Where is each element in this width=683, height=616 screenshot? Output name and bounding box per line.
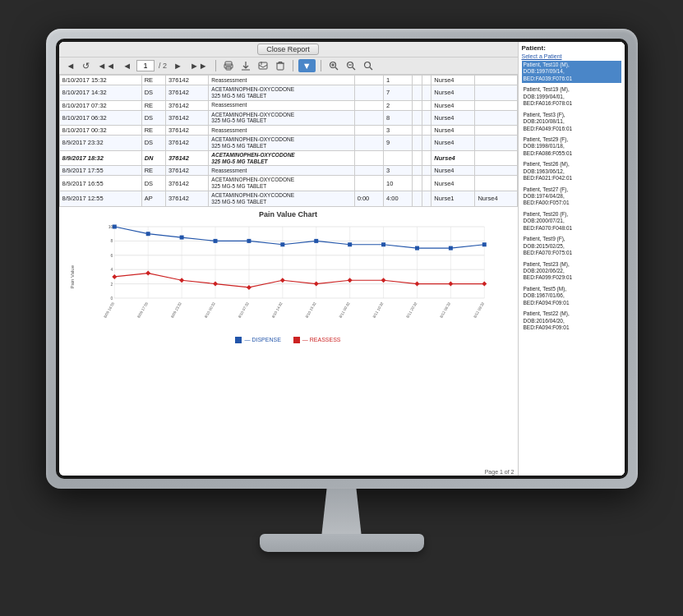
toolbar-separator-3 [321, 60, 321, 71]
patient-list-item[interactable]: Patient, Test20 (F), DOB:2000/07/21, BED… [522, 210, 621, 232]
svg-text:8/10 00:32: 8/10 00:32 [204, 301, 216, 318]
table-cell: Nurse4 [431, 76, 475, 85]
filter-button[interactable]: ▼ [298, 59, 316, 72]
patient-list-item[interactable]: Patient, Test26 (M), DOB:1963/06/12, BED… [522, 160, 621, 182]
legend-color [293, 337, 300, 343]
table-cell [354, 110, 383, 126]
patient-list-item[interactable]: Patient, Test5 (M), DOB:1967/01/06, BED:… [522, 285, 621, 307]
table-cell: Reassessment [209, 166, 354, 176]
delete-button[interactable] [273, 60, 288, 71]
legend-color [235, 337, 242, 343]
table-cell: Reassessment [209, 126, 354, 136]
table-cell: DS [141, 136, 165, 151]
svg-marker-73 [414, 281, 419, 286]
table-cell: 8/9/2017 16:55 [59, 176, 141, 191]
delete-icon [275, 61, 285, 71]
svg-text:4: 4 [110, 267, 113, 272]
table-cell: Nurse4 [431, 150, 475, 166]
patient-list-item[interactable]: Patient, Test29 (F), DOB:1998/01/18, BED… [522, 136, 621, 158]
table-cell: 8/9/2017 18:32 [59, 150, 141, 166]
download-button[interactable] [238, 60, 253, 71]
last-page-button[interactable]: ►► [187, 60, 210, 71]
next-page-button[interactable]: ► [171, 60, 185, 71]
page-separator: / 2 [159, 62, 167, 70]
svg-text:10: 10 [108, 224, 113, 229]
table-cell [475, 126, 517, 136]
table-cell: 8/10/2017 14:32 [59, 85, 141, 101]
table-row: 8/10/2017 15:32RE376142Reassessment1Nurs… [59, 76, 517, 85]
table-cell: 376142 [165, 191, 208, 206]
search-button[interactable] [361, 60, 376, 71]
table-cell: RE [141, 100, 165, 110]
svg-rect-59 [348, 242, 352, 246]
patient-list-item[interactable]: Patient, Test27 (F), DOB:1974/04/28, BED… [522, 186, 621, 208]
table-cell [475, 110, 517, 126]
legend-label: — DISPENSE [244, 337, 280, 342]
table-cell [413, 85, 422, 101]
first-page-button[interactable]: ◄◄ [95, 60, 118, 71]
legend-item: — DISPENSE [235, 337, 280, 343]
patient-list-item[interactable]: Patient, Test9 (F), DOB:2015/02/25, BED:… [522, 235, 621, 257]
table-cell [354, 150, 383, 166]
table-cell: 4:00 [384, 191, 413, 206]
patient-list-item[interactable]: Patient, Test3 (F), DOB:2010/08/11, BED:… [522, 111, 621, 133]
download-icon [241, 61, 251, 71]
table-cell: Reassessment [209, 100, 354, 110]
prev-page-button[interactable]: ◄ [120, 60, 134, 71]
table-cell [422, 85, 431, 101]
table-cell [422, 166, 431, 176]
patient-panel-title: Patient: [522, 44, 621, 52]
table-cell [413, 191, 422, 206]
table-cell [475, 150, 517, 166]
table-cell: 10 [384, 176, 413, 191]
patient-list-item[interactable]: Patient, Test19 (M), DOB:1999/04/01, BED… [522, 85, 621, 108]
monitor-wrapper: Close Report ◄ ↺ ◄◄ ◄ 1 / 2 ► ►► [30, 29, 654, 587]
toolbar: ◄ ↺ ◄◄ ◄ 1 / 2 ► ►► [59, 57, 518, 75]
table-row: 8/9/2017 23:32DS376142ACETAMINOPHEN-OXYC… [59, 136, 517, 151]
nav-back-button[interactable]: ◄ [64, 60, 78, 71]
refresh-button[interactable]: ↺ [80, 60, 92, 72]
patient-list-item[interactable]: Patient, Test23 (M), DOB:2002/06/22, BED… [522, 260, 621, 283]
svg-rect-52 [113, 224, 117, 228]
table-cell: 8/10/2017 00:32 [59, 126, 141, 136]
print-button[interactable] [221, 60, 236, 71]
svg-text:8/09 16:55: 8/09 16:55 [103, 301, 115, 318]
table-cell [413, 176, 422, 191]
zoom-in-button[interactable] [326, 60, 341, 71]
export-button[interactable] [256, 60, 270, 71]
report-container: Close Report ◄ ↺ ◄◄ ◄ 1 / 2 ► ►► [59, 42, 625, 476]
page-number-input[interactable]: 1 [136, 60, 155, 71]
table-cell: DN [141, 150, 165, 166]
report-main: Close Report ◄ ↺ ◄◄ ◄ 1 / 2 ► ►► [59, 42, 518, 476]
select-patient-prompt[interactable]: Select a Patient [522, 53, 621, 59]
svg-text:8/09 23:32: 8/09 23:32 [170, 301, 182, 318]
table-cell [475, 166, 517, 176]
svg-text:8/09 17:55: 8/09 17:55 [136, 301, 149, 318]
table-cell: 376142 [165, 166, 208, 176]
table-cell: 376142 [165, 136, 208, 151]
svg-text:8/12 09:32: 8/12 09:32 [473, 301, 485, 318]
chart-container: Pain Value Chart Pain Value 02468108/09 … [59, 207, 518, 468]
table-cell [354, 85, 383, 101]
patient-list-item[interactable]: Patient, Test10 (M), DOB:1997/09/14, BED… [522, 61, 621, 83]
patient-list-item[interactable]: Patient, Test22 (M), DOB:2016/04/20, BED… [522, 310, 621, 332]
close-report-button[interactable]: Close Report [257, 44, 319, 55]
table-cell [413, 150, 422, 166]
zoom-out-button[interactable] [344, 60, 358, 71]
table-cell [413, 110, 422, 126]
zoom-in-icon [329, 61, 339, 71]
table-cell: 3 [384, 166, 413, 176]
svg-marker-74 [448, 281, 453, 286]
chart-title: Pain Value Chart [66, 210, 511, 218]
table-cell [354, 100, 383, 110]
patient-panel[interactable]: Patient: Select a Patient Patient, Test1… [518, 42, 625, 476]
table-cell [413, 76, 422, 85]
table-cell: AP [141, 191, 165, 206]
table-cell [475, 76, 517, 85]
table-cell [422, 100, 431, 110]
table-cell: RE [141, 166, 165, 176]
svg-marker-72 [381, 278, 385, 283]
svg-text:8/10 15:32: 8/10 15:32 [305, 301, 317, 318]
table-cell: 8/9/2017 12:55 [59, 191, 141, 206]
table-cell: 7 [384, 85, 413, 101]
